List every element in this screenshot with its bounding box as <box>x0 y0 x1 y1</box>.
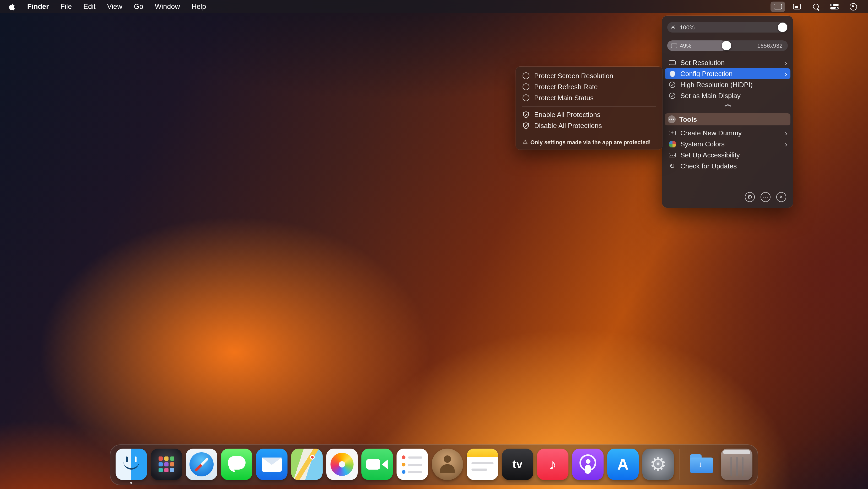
dock-finder[interactable] <box>116 449 147 480</box>
display-icon <box>668 60 677 65</box>
apple-logo-icon <box>8 2 15 11</box>
resolution-slider-knob[interactable] <box>721 41 731 50</box>
menu-item-label: Set Up Accessibility <box>680 151 740 159</box>
control-center-menu-icon[interactable] <box>827 1 842 12</box>
submenu-item-protect-refresh-rate[interactable]: Protect Refresh Rate <box>516 81 662 92</box>
finder-icon <box>116 449 147 480</box>
submenu-item-enable-all-protections[interactable]: Enable All Protections <box>516 109 662 120</box>
betterdisplay-menu-icon[interactable] <box>771 1 785 12</box>
reminders-icon <box>397 449 428 480</box>
gear-icon: ⚙ <box>650 455 667 474</box>
menu-item-check-for-updates[interactable]: ↻ Check for Updates <box>664 161 790 172</box>
menu-item-label: Config Protection <box>680 70 733 78</box>
trash-icon <box>721 449 752 480</box>
menu-view[interactable]: View <box>101 3 128 10</box>
dock-contacts[interactable] <box>432 449 463 480</box>
shield-icon <box>668 70 677 77</box>
chevron-right-icon: › <box>785 70 787 78</box>
panel-footer: ⚙ ⋯ × <box>662 192 793 208</box>
launchpad-icon <box>151 449 182 480</box>
resolution-value: 1656x932 <box>757 42 782 49</box>
notes-icon <box>467 449 498 480</box>
warning-icon: ⚠ <box>523 139 528 145</box>
circle-icon <box>523 94 529 101</box>
display-icon <box>774 4 782 9</box>
brightness-slider-knob[interactable] <box>778 23 787 32</box>
control-center-icon <box>830 4 839 9</box>
settings-button[interactable]: ⚙ <box>745 192 755 202</box>
submenu-item-label: Protect Main Status <box>534 94 594 102</box>
menu-item-set-up-accessibility[interactable]: Set Up Accessibility <box>664 149 790 161</box>
mail-icon <box>256 449 287 480</box>
dock-reminders[interactable] <box>397 449 428 480</box>
spotlight-menu-icon[interactable] <box>808 1 823 12</box>
shield-check-icon <box>523 111 529 118</box>
messages-icon <box>221 449 252 480</box>
maps-icon <box>291 449 322 480</box>
menu-item-config-protection[interactable]: Config Protection › <box>664 68 790 79</box>
refresh-icon: ↻ <box>668 163 677 170</box>
dock-mail[interactable] <box>256 449 287 480</box>
quit-button[interactable]: × <box>776 192 786 202</box>
dock-system-settings[interactable]: ⚙ <box>642 449 674 480</box>
menu-go[interactable]: Go <box>128 3 149 10</box>
submenu-item-label: Disable All Protections <box>534 122 602 130</box>
submenu-item-disable-all-protections[interactable]: Disable All Protections <box>516 120 662 131</box>
collapse-chevron-up-icon[interactable] <box>662 102 793 109</box>
menu-bar-status-area <box>771 0 868 13</box>
tools-dots-icon: ••• <box>668 115 676 123</box>
tv-icon: tv <box>502 449 533 480</box>
menu-item-create-new-dummy[interactable]: Create New Dummy › <box>664 127 790 139</box>
dock-notes[interactable] <box>467 449 498 480</box>
tools-section-header[interactable]: ••• Tools <box>664 113 790 125</box>
dock-maps[interactable] <box>291 449 322 480</box>
dock-trash[interactable] <box>721 449 752 480</box>
submenu-item-protect-screen-resolution[interactable]: Protect Screen Resolution <box>516 70 662 81</box>
downloads-folder-icon: ↓ <box>686 449 717 480</box>
config-protection-submenu: Protect Screen Resolution Protect Refres… <box>516 67 662 149</box>
menu-file[interactable]: File <box>55 3 78 10</box>
menu-item-system-colors[interactable]: System Colors › <box>664 139 790 149</box>
dock-launchpad[interactable] <box>151 449 182 480</box>
dock-podcasts[interactable] <box>572 449 603 480</box>
dock-messages[interactable] <box>221 449 252 480</box>
scale-value: 49% <box>680 42 691 49</box>
display-settings-menu-icon[interactable] <box>789 1 804 12</box>
app-store-label: A <box>617 455 628 473</box>
chevron-right-icon: › <box>785 129 787 137</box>
close-icon: × <box>780 194 783 200</box>
menu-item-set-resolution[interactable]: Set Resolution › <box>664 57 790 68</box>
dock-downloads[interactable]: ↓ <box>686 449 717 480</box>
menu-item-high-resolution[interactable]: High Resolution (HiDPI) <box>664 79 790 90</box>
dock-facetime[interactable] <box>362 449 393 480</box>
dock-photos[interactable] <box>326 449 358 480</box>
app-store-icon: A <box>607 449 639 480</box>
menu-item-set-as-main-display[interactable]: Set as Main Display <box>664 90 790 101</box>
tools-header-label: Tools <box>679 115 697 123</box>
dock-music[interactable]: ♪ <box>537 449 568 480</box>
music-icon: ♪ <box>537 449 568 480</box>
dock-app-store[interactable]: A <box>607 449 639 480</box>
menu-app-name[interactable]: Finder <box>22 3 55 10</box>
dock-tv[interactable]: tv <box>502 449 533 480</box>
display-plus-icon <box>668 131 677 135</box>
sun-icon: ☀ <box>671 24 676 31</box>
photos-icon <box>326 449 358 480</box>
menu-item-label: System Colors <box>680 140 725 148</box>
ellipsis-icon: ⋯ <box>763 194 768 200</box>
submenu-item-protect-main-status[interactable]: Protect Main Status <box>516 92 662 103</box>
apple-menu[interactable] <box>0 0 22 13</box>
download-arrow-icon: ↓ <box>699 460 702 468</box>
menu-item-label: Set as Main Display <box>680 92 741 100</box>
more-button[interactable]: ⋯ <box>761 192 771 202</box>
contacts-icon <box>432 449 463 480</box>
brightness-slider[interactable]: ☀ 100% <box>667 22 788 32</box>
menu-window[interactable]: Window <box>149 3 186 10</box>
menu-help[interactable]: Help <box>186 3 212 10</box>
resolution-slider[interactable]: 49% 1656x932 <box>667 40 788 51</box>
dock-safari[interactable] <box>186 449 217 480</box>
menu-edit[interactable]: Edit <box>78 3 101 10</box>
checkmark-circle-icon <box>668 81 677 88</box>
menu-bar: Finder File Edit View Go Window Help <box>0 0 868 13</box>
status-circle-menu-icon[interactable] <box>846 1 861 12</box>
